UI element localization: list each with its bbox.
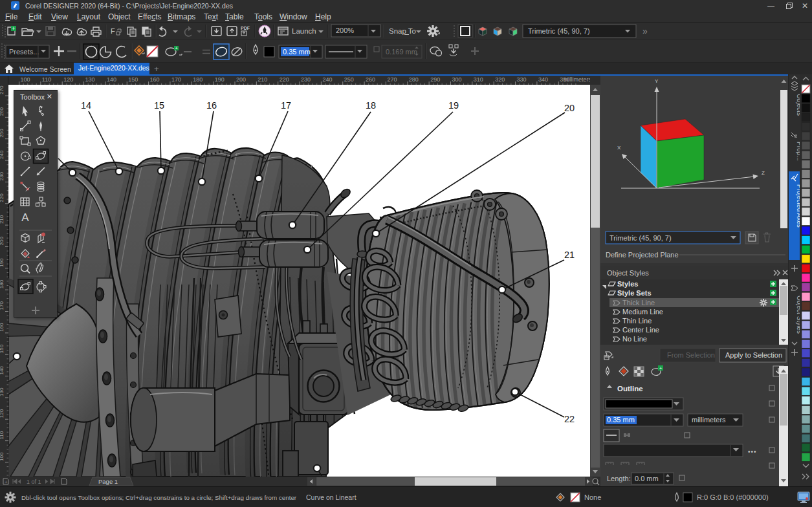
svg-text:260: 260	[0, 107, 5, 116]
svg-text:220: 220	[280, 76, 289, 83]
svg-text:•••: •••	[748, 448, 757, 455]
svg-text:Curve on Lineart: Curve on Lineart	[306, 493, 357, 501]
svg-text:140: 140	[107, 76, 116, 83]
svg-text:200: 200	[236, 76, 246, 83]
svg-text:130: 130	[85, 76, 95, 83]
svg-text:+: +	[659, 365, 663, 371]
svg-text:Presets...: Presets...	[9, 48, 39, 56]
svg-text:None: None	[584, 493, 601, 501]
svg-text:200%: 200%	[336, 27, 354, 34]
svg-text:220: 220	[0, 193, 5, 202]
svg-text:Thin Line: Thin Line	[622, 317, 652, 325]
svg-text:Launch: Launch	[292, 27, 316, 35]
svg-text:R:0 G:0 B:0 (#000000): R:0 G:0 B:0 (#000000)	[697, 493, 769, 501]
svg-text:Page 1: Page 1	[98, 478, 118, 485]
svg-text:230: 230	[301, 76, 311, 83]
svg-text:millimeters: millimeters	[564, 76, 590, 83]
svg-text:290: 290	[430, 76, 440, 83]
svg-text:Thick Line: Thick Line	[622, 299, 655, 307]
svg-text:22: 22	[564, 414, 575, 424]
svg-text:300: 300	[452, 76, 462, 83]
svg-text:230: 230	[0, 172, 5, 181]
svg-text:+: +	[5, 479, 8, 485]
svg-text:120: 120	[63, 76, 73, 83]
svg-text:+: +	[175, 45, 178, 51]
svg-text:Dbl-click tool opens Toolbox o: Dbl-click tool opens Toolbox options; Ct…	[21, 494, 297, 501]
svg-text:320: 320	[495, 76, 505, 83]
svg-text:180: 180	[0, 279, 5, 288]
svg-text:180: 180	[193, 76, 203, 83]
svg-text:260: 260	[366, 76, 375, 83]
svg-text:270: 270	[387, 76, 397, 83]
svg-text:Snap To: Snap To	[389, 27, 416, 35]
svg-text:19: 19	[448, 100, 459, 111]
svg-text:140: 140	[0, 366, 5, 375]
svg-text:Define Projected Plane: Define Projected Plane	[606, 251, 679, 259]
svg-text:170: 170	[0, 301, 5, 310]
svg-text:150: 150	[0, 344, 5, 353]
svg-text:PDF: PDF	[241, 26, 250, 30]
svg-text:X: X	[617, 145, 621, 151]
svg-text:310: 310	[474, 76, 483, 83]
svg-text:210: 210	[258, 76, 267, 83]
svg-text:20: 20	[564, 103, 575, 113]
svg-text:340: 340	[538, 76, 548, 83]
svg-text:240: 240	[322, 76, 332, 83]
svg-text:210: 210	[0, 215, 5, 224]
svg-text:Y: Y	[655, 78, 659, 84]
svg-text:160: 160	[150, 76, 160, 83]
svg-text:14: 14	[81, 100, 91, 111]
svg-text:F: F	[111, 27, 115, 35]
svg-text:»: »	[642, 26, 648, 36]
svg-text:+: +	[12, 25, 15, 32]
svg-text:270: 270	[0, 85, 5, 94]
svg-text:250: 250	[0, 129, 5, 138]
svg-text:160: 160	[0, 323, 5, 332]
svg-text:Length:: Length:	[607, 475, 631, 482]
svg-text:18: 18	[366, 100, 376, 111]
svg-text:16: 16	[206, 100, 217, 111]
svg-text:15: 15	[154, 100, 164, 111]
svg-text:110: 110	[42, 76, 51, 83]
svg-text:170: 170	[171, 76, 181, 83]
svg-text:100: 100	[0, 452, 5, 461]
svg-text:120: 120	[0, 409, 5, 418]
svg-text:Outline: Outline	[617, 385, 643, 393]
svg-text:0.35 mm: 0.35 mm	[607, 416, 635, 424]
svg-text:150: 150	[128, 76, 138, 83]
svg-text:0.169 mm: 0.169 mm	[386, 48, 417, 56]
svg-text:17: 17	[281, 100, 291, 111]
svg-text:100: 100	[21, 76, 30, 83]
svg-text:Styles: Styles	[617, 280, 638, 288]
svg-text:A: A	[21, 211, 29, 224]
svg-text:No Line: No Line	[622, 335, 647, 343]
svg-text:Style Sets: Style Sets	[617, 289, 652, 297]
svg-text:110: 110	[0, 431, 5, 439]
svg-text:Trimetric (45, 90, 7): Trimetric (45, 90, 7)	[528, 27, 590, 35]
svg-text:0.0 mm: 0.0 mm	[635, 475, 659, 482]
svg-text:Trimetric (45, 90, 7): Trimetric (45, 90, 7)	[609, 234, 672, 242]
svg-text:330: 330	[517, 76, 527, 83]
svg-text:millimeters: millimeters	[692, 416, 726, 424]
svg-text:Apply to Selection: Apply to Selection	[725, 351, 782, 359]
svg-text:From Selection: From Selection	[667, 351, 715, 359]
svg-text:1 of 1: 1 of 1	[27, 479, 41, 485]
svg-text:21: 21	[564, 250, 575, 260]
svg-text:Z: Z	[762, 170, 765, 176]
svg-text:240: 240	[0, 150, 5, 159]
svg-text:250: 250	[344, 76, 354, 83]
svg-text:0.35 mm: 0.35 mm	[283, 48, 311, 56]
svg-text:Center Line: Center Line	[622, 326, 659, 334]
svg-text:190: 190	[0, 258, 5, 267]
svg-text:Medium Line: Medium Line	[622, 308, 663, 316]
svg-text:130: 130	[0, 387, 5, 396]
svg-text:Object Styles: Object Styles	[607, 269, 649, 277]
svg-text:200: 200	[0, 237, 5, 246]
svg-text:190: 190	[215, 76, 225, 83]
svg-text:280: 280	[409, 76, 419, 83]
